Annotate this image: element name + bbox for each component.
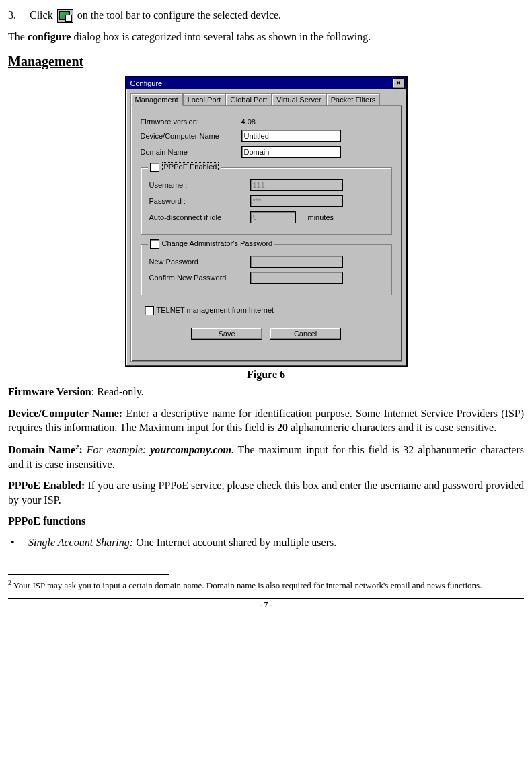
- pppoe-enabled-checkbox[interactable]: PPPoE Enabled: [148, 163, 221, 172]
- cancel-button[interactable]: Cancel: [270, 328, 341, 340]
- figure-6: Configure × Management Local Port Global…: [8, 76, 524, 367]
- step-text-before: Click: [30, 9, 53, 21]
- auto-disconnect-label: Auto-disconnect if idle: [149, 213, 250, 221]
- telnet-checkbox[interactable]: TELNET management from Internet: [145, 306, 274, 315]
- new-password-label: New Password: [149, 258, 250, 266]
- confirm-password-label: Confirm New Password: [149, 274, 250, 282]
- username-label: Username :: [149, 181, 250, 189]
- checkbox-icon: [145, 306, 154, 315]
- password-label: Password :: [149, 197, 250, 205]
- tab-virtual-server[interactable]: Virtual Server: [272, 93, 326, 105]
- firmware-label: Firmware version:: [141, 118, 241, 126]
- domain-name-input[interactable]: [241, 146, 341, 158]
- username-input[interactable]: [250, 179, 343, 191]
- configure-dialog: Configure × Management Local Port Global…: [125, 76, 408, 367]
- step-number: 3.: [8, 8, 27, 23]
- idle-minutes-input[interactable]: [250, 211, 296, 223]
- intro-paragraph: The configure dialog box is categorized …: [8, 30, 524, 44]
- change-password-checkbox[interactable]: Change Administrator's Password: [148, 239, 275, 249]
- bullet-single-account: • Single Account Sharing: One Internet a…: [11, 535, 524, 550]
- para-pppoe-enabled: PPPoE Enabled: If you are using PPPoE se…: [8, 478, 524, 507]
- dialog-title: Configure: [128, 79, 163, 87]
- tab-panel-management: Firmware version: 4.08 Device/Computer N…: [130, 105, 402, 362]
- page-number: - 7 -: [8, 600, 524, 610]
- step-text-after: on the tool bar to configure the selecte…: [77, 9, 281, 21]
- close-button[interactable]: ×: [393, 78, 405, 89]
- tab-management[interactable]: Management: [130, 93, 183, 106]
- password-input[interactable]: [250, 195, 343, 207]
- para-domain-name: Domain Name2: For example: yourcompany.c…: [8, 442, 524, 472]
- page-footer-rule: [8, 598, 524, 599]
- tab-local-port[interactable]: Local Port: [183, 93, 226, 105]
- pppoe-group: PPPoE Enabled Username : Password : Auto…: [141, 167, 392, 235]
- device-name-label: Device/Computer Name: [141, 132, 241, 140]
- tab-packet-filters[interactable]: Packet Filters: [326, 93, 381, 105]
- footnote-separator: [8, 574, 169, 575]
- save-button[interactable]: Save: [191, 328, 262, 340]
- domain-name-label: Domain Name: [141, 148, 241, 156]
- tab-global-port[interactable]: Global Port: [225, 93, 272, 105]
- checkbox-icon: [150, 239, 159, 249]
- dialog-titlebar: Configure ×: [126, 77, 406, 89]
- firmware-value: 4.08: [241, 118, 256, 126]
- para-firmware: Firmware Version: Read-only.: [8, 385, 524, 399]
- intro-bold: configure: [28, 31, 71, 42]
- para-pppoe-functions-heading: PPPoE functions: [8, 514, 524, 529]
- change-password-group: Change Administrator's Password New Pass…: [141, 244, 392, 295]
- footnote-2: 2 Your ISP may ask you to input a certai…: [8, 579, 524, 592]
- device-name-input[interactable]: [241, 130, 341, 142]
- confirm-password-input[interactable]: [250, 272, 343, 284]
- step-3: 3. Click on the tool bar to configure th…: [8, 8, 524, 23]
- idle-unit: minutes: [308, 213, 334, 221]
- section-heading-management: Management: [8, 54, 524, 69]
- checkbox-icon: [150, 163, 159, 172]
- figure-caption: Figure 6: [8, 369, 524, 381]
- new-password-input[interactable]: [250, 256, 343, 268]
- dialog-tabs: Management Local Port Global Port Virtua…: [126, 89, 406, 105]
- para-device-name: Device/Computer Name: Enter a descriptiv…: [8, 406, 524, 435]
- configure-toolbar-icon: [57, 9, 73, 23]
